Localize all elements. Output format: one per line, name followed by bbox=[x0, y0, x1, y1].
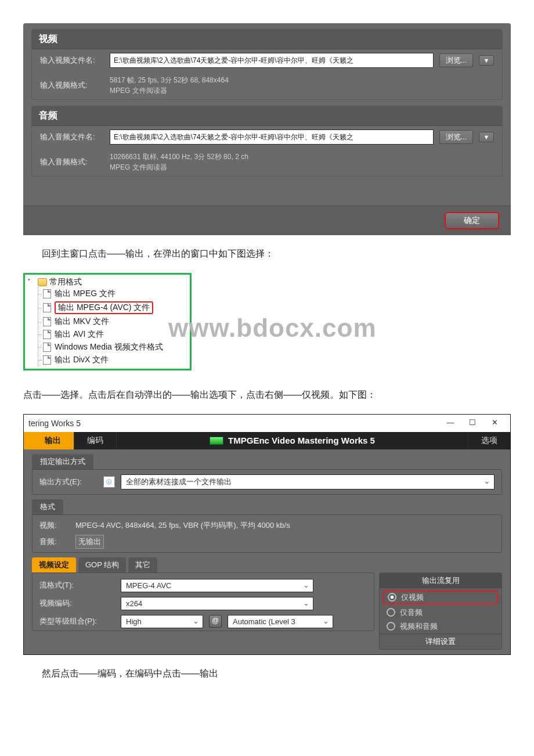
instruction-1: 回到主窗口点击——输出，在弹出的窗口中如下图选择： bbox=[23, 246, 511, 262]
minimize-button[interactable]: — bbox=[439, 417, 461, 430]
brand-area: TMPGEnc Video Mastering Works 5 bbox=[117, 432, 468, 449]
tree-root[interactable]: ˅ 常用格式 bbox=[27, 277, 187, 287]
video-section-title: 视频 bbox=[32, 30, 502, 49]
file-icon bbox=[43, 355, 51, 365]
titlebar: tering Works 5 — ☐ ✕ bbox=[24, 415, 510, 432]
settings-tab-bar: 视频设定 GOP 结构 其它 bbox=[32, 557, 502, 573]
video-encoder-label: 视频编码: bbox=[39, 598, 115, 609]
video-browse-dropdown[interactable]: ▼ bbox=[479, 55, 494, 66]
audio-file-input[interactable]: E:\歌曲视频库\2入选歌曲\74天籁之爱-容中尔甲-旺姆\容中尔甲、旺姆《天籁… bbox=[110, 129, 434, 145]
file-icon bbox=[43, 343, 51, 352]
video-format-value: 5817 帧, 25 fps, 3分 52秒 68, 848x464 MPEG … bbox=[110, 75, 494, 96]
tab-options[interactable]: 选项 bbox=[468, 432, 510, 449]
watermark-text: www.bdocx.com bbox=[168, 314, 377, 343]
audio-browse-dropdown[interactable]: ▼ bbox=[479, 132, 494, 142]
chevron-down-icon[interactable]: ˅ bbox=[27, 278, 35, 286]
format-tree: ˅ 常用格式 输出 MPEG 文件 输出 MPEG-4 (AVC) 文件 输出 … bbox=[23, 273, 192, 370]
format-group-title: 格式 bbox=[32, 499, 63, 514]
tree-item-mpeg4-avc[interactable]: 输出 MPEG-4 (AVC) 文件 bbox=[42, 300, 187, 315]
maximize-button[interactable]: ☐ bbox=[461, 417, 484, 430]
video-section: 视频 输入视频文件名: E:\歌曲视频库\2入选歌曲\74天籁之爱-容中尔甲-旺… bbox=[31, 29, 503, 100]
format-video-value: MPEG-4 AVC, 848x464, 25 fps, VBR (平均码率),… bbox=[75, 519, 495, 532]
radio-video-audio[interactable]: 视频和音频 bbox=[380, 620, 501, 633]
tree-item-divx[interactable]: 输出 DivX 文件 bbox=[42, 354, 187, 366]
brand-text: TMPGEnc Video Mastering Works 5 bbox=[228, 435, 375, 445]
link-icon: ⦾ bbox=[103, 476, 115, 488]
audio-format-label: 输入音频格式: bbox=[40, 157, 104, 167]
sub-tab-gop[interactable]: GOP 结构 bbox=[78, 557, 126, 573]
video-browse-button[interactable]: 浏览... bbox=[439, 53, 473, 67]
stream-format-label: 流格式(T): bbox=[39, 580, 115, 591]
audio-section-title: 音频 bbox=[32, 106, 502, 126]
instruction-3: 然后点击——编码，在编码中点击——输出 bbox=[23, 665, 511, 682]
tmpg-window: tering Works 5 — ☐ ✕ 输出 编码 TMPGEnc Video… bbox=[23, 414, 511, 655]
radio-audio-only[interactable]: 仅音频 bbox=[380, 606, 501, 620]
mux-panel-title: 输出流复用 bbox=[380, 573, 501, 588]
file-icon bbox=[43, 317, 51, 326]
window-title: tering Works 5 bbox=[28, 419, 439, 428]
output-spec-group: 指定输出方式 输出方式(E): ⦾ 全部的素材连接成一个文件输出 bbox=[32, 454, 502, 495]
video-format-label: 输入视频格式: bbox=[40, 80, 104, 91]
stream-format-select[interactable]: MPEG-4 AVC bbox=[121, 579, 313, 592]
audio-file-label: 输入音频文件名: bbox=[40, 132, 104, 142]
sub-tab-video[interactable]: 视频设定 bbox=[32, 557, 76, 573]
audio-browse-button[interactable]: 浏览... bbox=[439, 130, 473, 144]
detail-settings-button[interactable]: 详细设置 bbox=[425, 637, 456, 646]
tree-root-label: 常用格式 bbox=[49, 277, 82, 287]
radio-video-only[interactable]: 仅视频 bbox=[383, 591, 498, 604]
at-button[interactable]: @ bbox=[209, 615, 222, 628]
folder-icon bbox=[38, 278, 47, 286]
tree-item-mpeg[interactable]: 输出 MPEG 文件 bbox=[42, 287, 187, 300]
panel-footer: 确定 bbox=[23, 206, 511, 235]
format-group: 格式 视频: MPEG-4 AVC, 848x464, 25 fps, VBR … bbox=[32, 499, 502, 553]
format-audio-value: 无输出 bbox=[75, 535, 104, 549]
spec-label: 输出方式(E): bbox=[39, 477, 98, 487]
sub-tab-other[interactable]: 其它 bbox=[128, 557, 157, 573]
radio-icon bbox=[388, 593, 396, 602]
file-icon bbox=[43, 303, 51, 312]
video-encoder-select[interactable]: x264 bbox=[121, 597, 313, 610]
audio-format-value: 10266631 取样, 44100 Hz, 3分 52秒 80, 2 ch M… bbox=[110, 152, 494, 172]
radio-icon bbox=[387, 622, 395, 631]
video-file-input[interactable]: E:\歌曲视频库\2入选歌曲\74天籁之爱-容中尔甲-旺姆\容中尔甲、旺姆《天籁… bbox=[110, 53, 434, 68]
tab-encode[interactable]: 编码 bbox=[74, 432, 117, 449]
profile-select[interactable]: High bbox=[121, 615, 203, 628]
audio-section: 音频 输入音频文件名: E:\歌曲视频库\2入选歌曲\74天籁之爱-容中尔甲-旺… bbox=[31, 106, 503, 177]
spec-group-title: 指定输出方式 bbox=[32, 454, 93, 469]
media-input-panel: 视频 输入视频文件名: E:\歌曲视频库\2入选歌曲\74天籁之爱-容中尔甲-旺… bbox=[23, 23, 511, 235]
video-file-label: 输入视频文件名: bbox=[40, 55, 104, 66]
brand-logo-icon bbox=[210, 437, 223, 445]
video-settings-panel: 流格式(T): MPEG-4 AVC 视频编码: x264 类型等级组合(P):… bbox=[32, 573, 374, 631]
format-audio-label: 音频: bbox=[39, 537, 70, 547]
format-video-label: 视频: bbox=[39, 520, 70, 531]
file-icon bbox=[43, 330, 51, 339]
tree-item-avi[interactable]: 输出 AVI 文件 bbox=[42, 328, 187, 341]
top-tab-bar: 输出 编码 TMPGEnc Video Mastering Works 5 选项 bbox=[24, 432, 510, 449]
tree-item-wmv[interactable]: Windows Media 视频文件格式 bbox=[42, 341, 187, 354]
ok-button[interactable]: 确定 bbox=[445, 212, 499, 229]
tree-item-mkv[interactable]: 输出 MKV 文件 bbox=[42, 315, 187, 328]
instruction-2: 点击——选择。点击后在自动弹出的——输出选项下，点击右侧——仅视频。如下图： bbox=[23, 387, 511, 404]
output-mux-panel: 输出流复用 仅视频 仅音频 视频和音频 详细设置 bbox=[379, 573, 502, 650]
file-icon bbox=[43, 289, 51, 298]
tab-output[interactable]: 输出 bbox=[32, 432, 74, 449]
level-select[interactable]: Automatic (Level 3 bbox=[228, 615, 333, 628]
output-mode-select[interactable]: 全部的素材连接成一个文件输出 bbox=[121, 474, 495, 489]
radio-icon bbox=[387, 608, 395, 617]
profile-label: 类型等级组合(P): bbox=[39, 616, 115, 627]
close-button[interactable]: ✕ bbox=[484, 417, 506, 430]
